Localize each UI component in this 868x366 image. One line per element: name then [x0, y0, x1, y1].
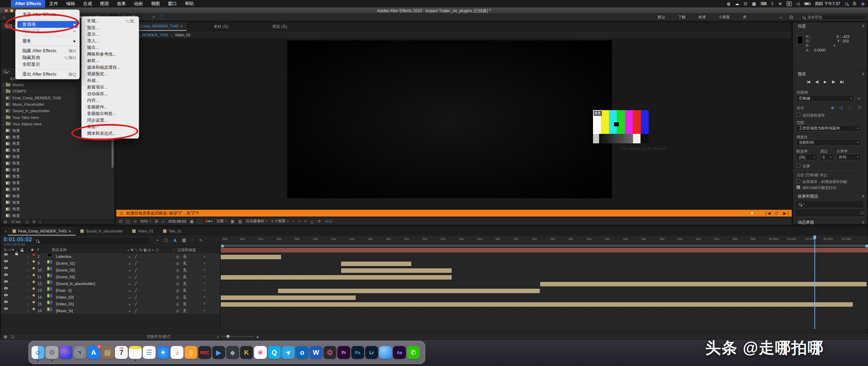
- dock-screen-recorder[interactable]: REC: [198, 346, 211, 359]
- effects-list-box[interactable]: ❏: [794, 209, 865, 217]
- rasterize-switch-icon[interactable]: ╱: [135, 280, 137, 287]
- parent-caret-icon[interactable]: ▾: [204, 260, 205, 267]
- lock-icon[interactable]: [15, 253, 18, 255]
- timeline-tab-3[interactable]: Title_01: [158, 227, 186, 236]
- pickwhip-icon[interactable]: ◎: [176, 260, 179, 267]
- expander-icon[interactable]: ›: [1, 122, 6, 126]
- quality-switch-icon[interactable]: ◒: [129, 253, 131, 260]
- panel-corner-icon[interactable]: ❏: [860, 210, 863, 215]
- layer-name[interactable]: [Sound_fx_placeholder]: [56, 280, 95, 287]
- project-item-13[interactable]: 恢复: [1, 167, 114, 173]
- panel-menu-icon[interactable]: ≡: [862, 220, 864, 225]
- project-item-14[interactable]: 恢复: [1, 173, 114, 180]
- parent-caret-icon[interactable]: ▾: [204, 267, 205, 273]
- dock-outlook[interactable]: o: [296, 346, 309, 359]
- project-item-16[interactable]: 恢复: [1, 186, 114, 193]
- parent-caret-icon[interactable]: ▾: [204, 253, 205, 260]
- parent-select[interactable]: 无: [183, 267, 186, 273]
- tab-footage[interactable]: 素材 (无): [210, 22, 232, 31]
- panel-menu-icon[interactable]: ≡: [862, 22, 864, 30]
- viewer-timecode[interactable]: 0:01:05:02: [169, 219, 186, 223]
- timeline-button-icon[interactable]: ⌗: [304, 219, 307, 224]
- eye-icon[interactable]: [4, 253, 8, 256]
- play-from-select[interactable]: 当前时间▾: [796, 139, 861, 146]
- prefs-submenu-item-9[interactable]: 外观...: [82, 78, 139, 84]
- range-select[interactable]: 工作区域按当前时间延伸▾: [796, 125, 861, 131]
- workspace-4[interactable]: 库: [743, 15, 747, 20]
- menubar-clock[interactable]: 周四 下午7:37: [815, 1, 840, 7]
- quality-switch-icon[interactable]: ◒: [129, 307, 131, 314]
- input-source-icon[interactable]: 拼: [787, 1, 792, 6]
- reset-icon[interactable]: ↺: [857, 97, 861, 101]
- layer-color-chip[interactable]: [32, 294, 35, 297]
- toggle-switches-modes-button[interactable]: 切换开关/模式: [147, 334, 170, 339]
- transport-0[interactable]: |◀: [807, 80, 810, 84]
- parent-select[interactable]: 无: [183, 273, 186, 280]
- cache-before-playback-checkbox[interactable]: [796, 113, 800, 117]
- layer-name[interactable]: [Scene_03]: [56, 273, 75, 280]
- project-item-12[interactable]: 恢复: [1, 160, 114, 167]
- mask-tool-icon[interactable]: ◇: [162, 219, 165, 224]
- grid-guides-icon[interactable]: ⊞: [155, 219, 158, 224]
- prefs-submenu-item-15[interactable]: 同步设置...: [82, 117, 139, 124]
- layer-duration-bar[interactable]: [221, 275, 452, 280]
- help-search-input[interactable]: 搜索帮助: [800, 15, 867, 20]
- layer-row-8[interactable]: ›16[Music_fx]◒╱◎无▾: [1, 307, 220, 314]
- fullscreen-checkbox[interactable]: [796, 164, 800, 167]
- fast-previews-icon[interactable]: ≈: [298, 219, 301, 224]
- battery-icon[interactable]: [804, 2, 810, 5]
- dock-books[interactable]: ▯: [184, 346, 197, 359]
- eye-icon[interactable]: [4, 260, 8, 262]
- workspace-0[interactable]: 默认: [658, 15, 665, 20]
- layer-name[interactable]: [Video_01]: [56, 301, 74, 307]
- layer-row-2[interactable]: ›10[Scene_02]◒╱◎无▾: [1, 267, 220, 273]
- dock-dark-utility[interactable]: ◆: [226, 346, 239, 359]
- zoom-out-mountain-icon[interactable]: ▲: [217, 336, 219, 338]
- project-item-15[interactable]: 恢复: [1, 180, 114, 186]
- rasterize-switch-icon[interactable]: ╱: [135, 301, 137, 307]
- current-time-display[interactable]: 0:01:05:02: [4, 237, 32, 243]
- motion-blur-icon[interactable]: ▦: [182, 238, 186, 243]
- keyboard-icon[interactable]: ⌨: [761, 1, 766, 6]
- pickwhip-icon[interactable]: ◎: [176, 307, 179, 314]
- eye-icon[interactable]: [4, 301, 8, 303]
- transport-4[interactable]: ▶|: [840, 80, 843, 84]
- include-overlays-icon[interactable]: ⬚: [848, 105, 851, 110]
- draft-3d-icon[interactable]: ⬡: [164, 238, 168, 243]
- expand-layers-icon[interactable]: ▦: [4, 334, 7, 339]
- always-preview-icon[interactable]: ⊡: [119, 219, 122, 224]
- parent-caret-icon[interactable]: ▾: [204, 280, 205, 287]
- channels-icon[interactable]: [206, 220, 208, 222]
- rasterize-switch-icon[interactable]: ╱: [135, 253, 137, 260]
- mask-visibility-icon[interactable]: ▢: [126, 219, 130, 224]
- layer-expander-icon[interactable]: ›: [27, 273, 29, 280]
- rasterize-switch-icon[interactable]: ╱: [135, 294, 137, 301]
- color-depth-button[interactable]: 32 bpc: [11, 220, 21, 224]
- pickwhip-icon[interactable]: ◎: [176, 294, 179, 301]
- transport-3[interactable]: |▶: [832, 80, 835, 84]
- dock-siri[interactable]: [59, 346, 72, 359]
- parent-select[interactable]: 无: [183, 307, 186, 314]
- transport-2[interactable]: ▶: [824, 80, 826, 84]
- pixel-aspect-icon[interactable]: ⌐: [292, 219, 295, 224]
- siri-icon[interactable]: ◉: [861, 1, 865, 6]
- parent-select[interactable]: 无: [183, 301, 186, 307]
- dock-word[interactable]: W: [310, 346, 322, 359]
- eye-icon[interactable]: [4, 287, 8, 289]
- panel-menu-icon[interactable]: ≡: [862, 70, 864, 78]
- camera-select[interactable]: 活动摄像机▾: [246, 219, 268, 224]
- app-menu-item-8[interactable]: 隐藏其他⌥⌘H: [16, 54, 79, 61]
- layer-color-chip[interactable]: [32, 307, 35, 310]
- layer-row-6[interactable]: ›14[Video_02]◒╱◎无▾: [1, 294, 220, 301]
- mic-icon[interactable]: ◍: [727, 1, 730, 6]
- warning-search-icon[interactable]: [775, 212, 778, 215]
- dock-calendar[interactable]: 71月: [115, 346, 128, 359]
- trash-icon[interactable]: ▯: [39, 220, 41, 224]
- timeline-tab-2[interactable]: Video_01: [127, 227, 158, 236]
- quality-switch-icon[interactable]: ◒: [129, 280, 131, 287]
- composition-canvas[interactable]: 恢复 "You creative wo for the rest": [116, 38, 792, 210]
- rasterize-switch-icon[interactable]: ╱: [135, 260, 137, 267]
- layer-color-chip[interactable]: [32, 301, 35, 304]
- parent-select[interactable]: 无: [183, 287, 186, 294]
- layer-row-0[interactable]: ›1Letterbox◒╱◎无▾: [1, 253, 220, 260]
